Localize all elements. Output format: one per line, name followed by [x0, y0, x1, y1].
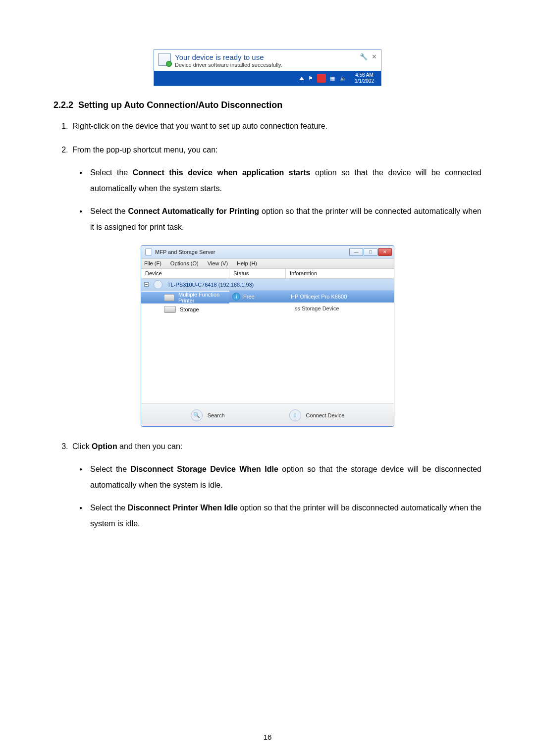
tree-item-storage[interactable]: Storage — [141, 303, 229, 315]
window-title: MFP and Storage Server — [155, 249, 215, 255]
menu-help[interactable]: Help (H) — [237, 260, 257, 266]
printer-label: Multiple Function Printer — [178, 292, 229, 303]
network-icon[interactable]: ▦ — [328, 74, 337, 83]
storage-label: Storage — [180, 306, 199, 312]
col-device[interactable]: Device — [141, 269, 229, 278]
figure-notification: Your device is ready to use Device drive… — [54, 50, 482, 86]
close-button[interactable]: ✕ — [378, 248, 392, 256]
minimize-button[interactable]: — — [349, 248, 363, 256]
server-row[interactable]: TL-PS310U-C76418 (192.168.1.93) — [141, 279, 394, 291]
step-3-bullet-2: Select the Disconnect Printer When Idle … — [90, 500, 482, 532]
menu-bar: File (F) Options (O) View (V) Help (H) — [141, 258, 394, 268]
action-center-icon[interactable]: ⚑ — [306, 74, 315, 83]
figure-app-window: MFP and Storage Server — □ ✕ File (F) Op… — [54, 245, 482, 427]
menu-view[interactable]: View (V) — [208, 260, 228, 266]
flag-icon[interactable] — [317, 74, 326, 83]
step-1: Right-click on the device that you want … — [70, 118, 482, 134]
app-icon — [145, 249, 152, 255]
search-button[interactable]: 🔍 Search — [191, 409, 225, 421]
connect-icon: i — [289, 409, 301, 421]
step-3: Click Option and then you can: Select th… — [70, 439, 482, 532]
server-label: TL-PS310U-C76418 (192.168.1.93) — [167, 282, 254, 288]
tray-chevron-icon[interactable] — [299, 77, 304, 80]
tool-icon: 🔧 — [360, 53, 368, 60]
tree-item-printer[interactable]: Multiple Function Printer — [141, 292, 229, 303]
info-icon: i — [232, 293, 240, 301]
storage-info: ss Storage Device — [286, 305, 394, 311]
column-headers: Device Status Inforamtion — [141, 269, 394, 279]
col-status[interactable]: Status — [229, 269, 286, 278]
step-3-bullet-1: Select the Disconnect Storage Device Whe… — [90, 461, 482, 493]
notification-subtitle: Device driver software installed success… — [175, 62, 282, 68]
maximize-button[interactable]: □ — [364, 248, 377, 256]
search-icon: 🔍 — [191, 409, 203, 421]
status-chip: i Free — [229, 291, 286, 302]
notification-title: Your device is ready to use — [175, 53, 282, 62]
tree-collapse-icon[interactable] — [144, 282, 149, 287]
device-icon — [158, 53, 171, 66]
tray-clock[interactable]: 4:56 AM 1/1/2002 — [350, 72, 377, 84]
step-2-bullet-1: Select the Connect this device when appl… — [90, 165, 482, 197]
menu-file[interactable]: File (F) — [144, 260, 161, 266]
volume-icon[interactable]: 🔈 — [339, 74, 348, 83]
close-icon[interactable]: ✕ — [372, 53, 377, 60]
printer-model: HP Officejet Pro K8600 — [286, 291, 394, 302]
col-info[interactable]: Inforamtion — [286, 269, 394, 278]
menu-options[interactable]: Options (O) — [170, 260, 199, 266]
server-icon — [154, 280, 162, 289]
step-2: From the pop-up shortcut menu, you can: … — [70, 142, 482, 235]
section-heading: 2.2.2 Setting up Auto Connection/Auto Di… — [54, 100, 482, 110]
step-2-bullet-2: Select the Connect Automatically for Pri… — [90, 203, 482, 235]
printer-icon — [164, 294, 174, 301]
page-number: 16 — [0, 733, 535, 741]
connect-device-button[interactable]: i Connect Device — [289, 409, 345, 421]
storage-icon — [164, 306, 176, 313]
